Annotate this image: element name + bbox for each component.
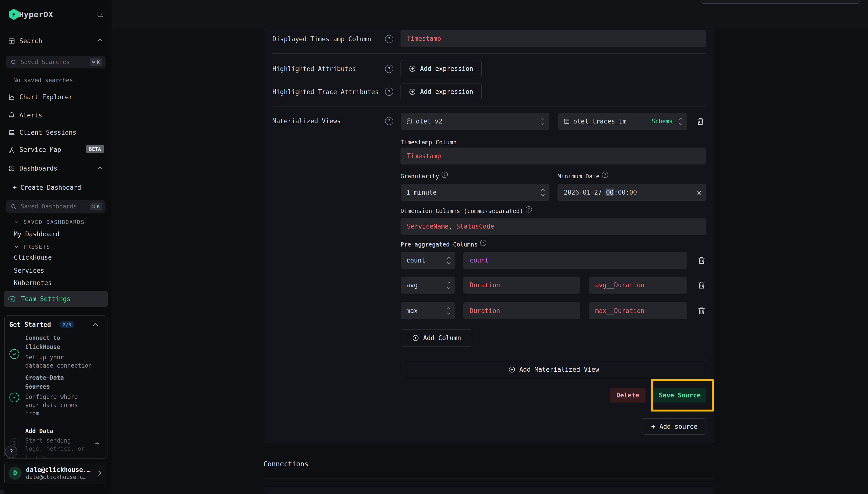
saved-searches-input[interactable] bbox=[20, 58, 90, 66]
mv-timestamp-column-input[interactable]: Timestamp bbox=[401, 148, 706, 165]
mv-table-select[interactable]: otel_traces_1m Schema bbox=[558, 113, 687, 130]
agg-expr-input[interactable]: count bbox=[463, 252, 687, 269]
delete-agg-row-icon[interactable] bbox=[697, 281, 706, 291]
add-trace-expression-button[interactable]: Add expression bbox=[401, 83, 482, 100]
help-icon[interactable]: ? bbox=[526, 206, 532, 212]
minimum-date-input[interactable]: 2026-01-27 00:00:00 × bbox=[558, 184, 707, 201]
granularity-label: Granularity ? bbox=[401, 173, 448, 180]
add-materialized-view-button[interactable]: Add Materialized View bbox=[401, 361, 706, 378]
group-presets[interactable]: PRESETS bbox=[23, 244, 50, 250]
divider bbox=[401, 353, 706, 353]
sidebar-item-kubernetes[interactable]: Kubernetes bbox=[14, 279, 52, 287]
gear-icon bbox=[8, 295, 16, 303]
shortcut-badge: ⌘K bbox=[90, 58, 102, 66]
add-expression-button[interactable]: Add expression bbox=[401, 60, 482, 77]
sidebar-item-service-map[interactable]: Service Map bbox=[19, 146, 61, 153]
shortcut-badge: ⌘K bbox=[90, 203, 102, 210]
sidebar-item-services[interactable]: Services bbox=[14, 267, 44, 274]
delete-mv-icon[interactable] bbox=[696, 117, 705, 127]
chevron-updown-icon bbox=[448, 257, 450, 264]
date-segment-selected: 00 bbox=[605, 189, 614, 196]
agg-alias-input[interactable]: avg__Duration bbox=[589, 277, 687, 293]
hyperdx-logo[interactable] bbox=[8, 9, 19, 20]
chevron-up-icon[interactable] bbox=[93, 323, 98, 328]
displayed-timestamp-input[interactable]: Timestamp bbox=[401, 30, 706, 47]
help-icon[interactable]: ? bbox=[602, 172, 608, 178]
mv-database-value: otel_v2 bbox=[416, 118, 443, 125]
connections-heading: Connections bbox=[264, 460, 308, 468]
help-icon[interactable]: ? bbox=[385, 35, 393, 43]
user-menu[interactable]: D dale@clickhouse.… dale@clickhouse.c… bbox=[4, 462, 106, 484]
get-started-panel: Get Started 2/3 Connect to ClickHouse Se… bbox=[4, 316, 108, 459]
help-icon[interactable]: ? bbox=[385, 65, 393, 73]
add-column-button[interactable]: Add Column bbox=[401, 329, 472, 346]
create-dashboard-button[interactable]: Create Dashboard bbox=[20, 184, 81, 191]
sidebar-item-my-dashboard[interactable]: My Dashboard bbox=[14, 230, 59, 238]
saved-searches-searchbox[interactable]: ⌘K bbox=[6, 56, 105, 69]
schema-link[interactable]: Schema bbox=[652, 118, 673, 125]
chevron-down-icon[interactable] bbox=[15, 245, 18, 248]
avatar: D bbox=[8, 467, 22, 480]
bottom-left-widget-cutoff bbox=[0, 490, 4, 494]
gs-item-sources-title[interactable]: Create Data Sources bbox=[25, 374, 88, 392]
dashboards-icon bbox=[8, 165, 15, 172]
alerts-bell-icon bbox=[8, 112, 15, 119]
delete-agg-row-icon[interactable] bbox=[697, 306, 706, 317]
gs-item-connect-title[interactable]: Connect to ClickHouse bbox=[25, 334, 96, 352]
saved-dashboards-searchbox[interactable]: ⌘K bbox=[6, 200, 105, 213]
help-icon[interactable]: ? bbox=[385, 117, 393, 125]
sidebar-item-search[interactable]: Search bbox=[19, 37, 42, 45]
plus-icon: + bbox=[13, 184, 17, 191]
clear-date-icon[interactable]: × bbox=[697, 188, 701, 196]
app-name: HyperDX bbox=[19, 10, 53, 19]
sidebar-item-client-sessions[interactable]: Client Sessions bbox=[19, 129, 76, 136]
plus-circle-icon bbox=[409, 88, 416, 95]
chevron-updown-icon bbox=[542, 189, 544, 196]
client-sessions-icon bbox=[8, 129, 15, 136]
help-button[interactable]: ? bbox=[5, 445, 17, 458]
sidebar-item-clickhouse[interactable]: ClickHouse bbox=[14, 254, 52, 261]
agg-alias-input[interactable]: max__Duration bbox=[589, 302, 687, 319]
agg-fn-select[interactable]: avg bbox=[401, 277, 455, 293]
granularity-select[interactable]: 1 minute bbox=[401, 184, 549, 201]
agg-expr-input[interactable]: Duration bbox=[463, 277, 580, 293]
saved-dashboards-input[interactable] bbox=[20, 203, 90, 210]
save-source-button[interactable]: Save Source bbox=[653, 388, 706, 402]
sidebar-item-alerts[interactable]: Alerts bbox=[19, 112, 42, 119]
mv-table-value: otel_traces_1m bbox=[573, 118, 626, 125]
chevron-updown-icon bbox=[448, 282, 450, 288]
sidebar-item-chart-explorer[interactable]: Chart Explorer bbox=[19, 93, 73, 101]
sidebar-item-team-settings[interactable]: Team Settings bbox=[4, 291, 108, 307]
chevron-updown-icon bbox=[541, 118, 544, 125]
no-saved-searches-text: No saved searches bbox=[13, 77, 73, 84]
chevron-updown-icon bbox=[679, 118, 682, 125]
add-source-button[interactable]: + Add source bbox=[642, 418, 707, 435]
check-circle-icon bbox=[9, 349, 19, 359]
chevron-up-icon[interactable] bbox=[97, 167, 102, 172]
gs-item-add-data-title[interactable]: Add Data bbox=[25, 427, 96, 436]
chevron-up-icon[interactable] bbox=[97, 39, 102, 44]
mv-database-select[interactable]: otel_v2 bbox=[401, 113, 549, 130]
help-icon[interactable]: ? bbox=[385, 88, 393, 96]
collapse-sidebar-icon[interactable] bbox=[97, 11, 104, 19]
delete-agg-row-icon[interactable] bbox=[697, 256, 706, 266]
agg-fn-select[interactable]: max bbox=[401, 302, 455, 319]
check-circle-icon bbox=[9, 393, 19, 402]
search-section-icon bbox=[8, 37, 15, 45]
chevron-down-icon[interactable] bbox=[15, 220, 18, 223]
gs-item-connect-subtitle: Set up your database connection bbox=[25, 353, 94, 370]
sidebar-item-dashboards[interactable]: Dashboards bbox=[19, 165, 58, 172]
agg-fn-select[interactable]: count bbox=[401, 252, 455, 269]
dimension-columns-input[interactable]: ServiceName, StatusCode bbox=[401, 218, 706, 235]
agg-expr-input[interactable]: Duration bbox=[463, 302, 580, 319]
arrow-right-icon[interactable]: → bbox=[95, 439, 99, 447]
help-icon[interactable]: ? bbox=[480, 240, 486, 246]
top-right-panel-cutoff bbox=[701, 0, 860, 4]
search-icon bbox=[11, 203, 17, 210]
group-saved-dashboards[interactable]: SAVED DASHBOARDS bbox=[23, 219, 85, 225]
help-icon[interactable]: ? bbox=[442, 172, 448, 178]
service-map-icon bbox=[8, 146, 15, 153]
highlighted-trace-attributes-label: Highlighted Trace Attributes bbox=[272, 88, 379, 96]
delete-source-button[interactable]: Delete bbox=[610, 388, 645, 402]
user-email: dale@clickhouse.c… bbox=[26, 474, 93, 480]
